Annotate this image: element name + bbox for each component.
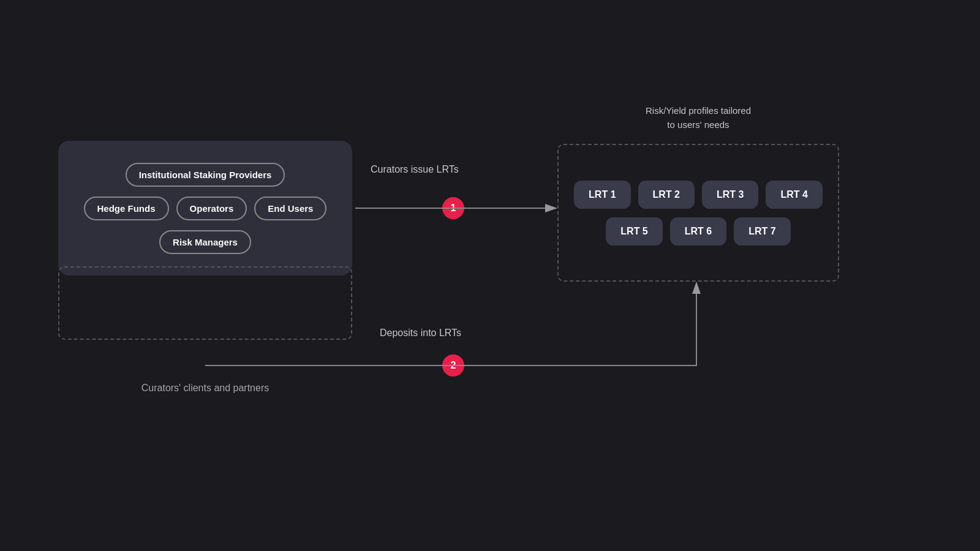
left-box-row-3: Risk Managers: [159, 230, 251, 254]
step-2-number: 2: [451, 360, 456, 371]
pill-institutional: Institutional Staking Providers: [126, 163, 285, 187]
lrt-6: LRT 6: [670, 217, 726, 246]
arrow1-label: Curators issue LRTs: [371, 164, 459, 175]
lrt-row-2: LRT 5 LRT 6 LRT 7: [606, 217, 790, 246]
lrt-7: LRT 7: [734, 217, 790, 246]
lrt-4: LRT 4: [766, 181, 822, 209]
step-1-number: 1: [451, 203, 456, 214]
arrow2-label: Deposits into LRTs: [380, 328, 461, 339]
lrt-5: LRT 5: [606, 217, 662, 246]
right-label-above: Risk/Yield profiles tailored to users' n…: [557, 104, 839, 132]
lrt-1: LRT 1: [574, 181, 630, 209]
left-box-row-2: Hedge Funds Operators End Users: [84, 197, 327, 220]
pill-operators: Operators: [176, 197, 247, 220]
left-box-row-1: Institutional Staking Providers: [126, 163, 285, 187]
right-dashed-box: LRT 1 LRT 2 LRT 3 LRT 4 LRT 5 LRT 6 LRT …: [557, 144, 839, 282]
step-2-circle: 2: [442, 354, 464, 377]
pill-end-users: End Users: [254, 197, 326, 220]
curators-clients-label: Curators' clients and partners: [59, 383, 351, 394]
pill-risk-managers: Risk Managers: [159, 230, 251, 254]
diagram-container: Institutional Staking Providers Hedge Fu…: [0, 0, 980, 551]
left-solid-box: Institutional Staking Providers Hedge Fu…: [58, 141, 352, 276]
lrt-row-1: LRT 1 LRT 2 LRT 3 LRT 4: [574, 181, 823, 209]
step-1-circle: 1: [442, 197, 464, 219]
pill-hedge-funds: Hedge Funds: [84, 197, 169, 220]
lrt-3: LRT 3: [702, 181, 758, 209]
left-dashed-box: Curators' clients and partners: [58, 266, 352, 340]
lrt-2: LRT 2: [638, 181, 695, 209]
